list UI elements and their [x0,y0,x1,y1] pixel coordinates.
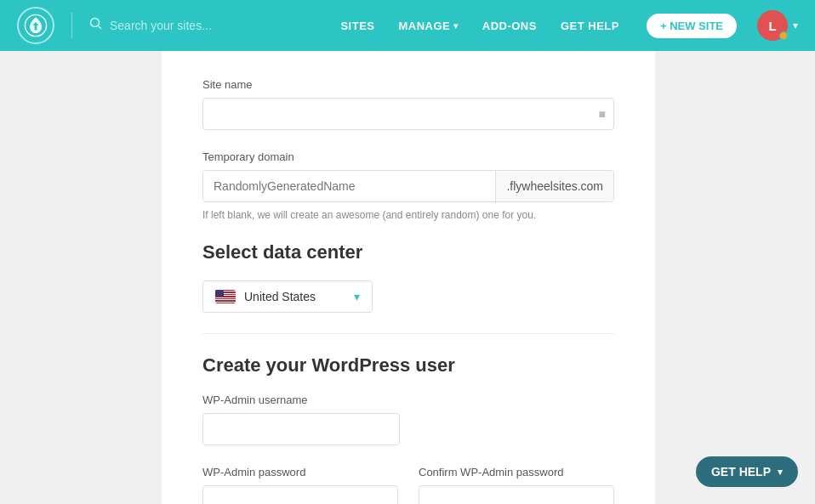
data-center-title: Select data center [202,241,614,263]
sidebar [0,51,162,504]
manage-chevron-icon: ▾ [453,21,459,31]
site-name-wrap: ■ [202,98,614,130]
us-flag-icon [215,290,236,303]
header: SITES MANAGE ▾ ADD-ONS GET HELP + NEW SI… [0,0,815,51]
get-help-button[interactable]: GET HELP ▾ [696,456,798,487]
domain-suffix: .flywheelsites.com [495,171,613,201]
content-area: Site name ■ Temporary domain .flywheelsi… [162,51,655,504]
svg-point-1 [91,19,100,27]
nav-get-help[interactable]: GET HELP [561,20,619,32]
get-help-chevron-icon: ▾ [778,467,783,478]
site-name-section: Site name ■ [202,78,614,130]
confirm-password-section: Confirm WP-Admin password [419,466,614,504]
wp-section-title: Create your WordPress user [202,354,614,377]
wp-username-label: WP-Admin username [202,394,614,406]
wp-password-label: WP-Admin password [202,466,398,479]
nav-sites[interactable]: SITES [340,20,374,32]
site-name-input[interactable] [202,98,614,130]
data-center-chevron-icon: ▾ [354,290,360,303]
site-name-label: Site name [202,78,614,91]
new-site-label: + NEW SITE [660,20,723,32]
temporary-domain-label: Temporary domain [202,150,614,163]
domain-hint: If left blank, we will create an awesome… [202,209,614,221]
wp-username-input[interactable] [202,413,400,445]
data-center-selected-label: United States [244,290,345,303]
data-center-dropdown[interactable]: United States ▾ [202,280,373,313]
confirm-password-label: Confirm WP-Admin password [419,466,614,479]
wp-password-input[interactable] [202,485,398,504]
avatar-chevron-icon[interactable]: ▾ [793,20,798,31]
header-divider [71,13,72,38]
wp-username-section: WP-Admin username [202,394,614,445]
avatar-notification-badge [779,31,788,40]
temporary-domain-section: Temporary domain .flywheelsites.com If l… [202,150,614,221]
data-center-section: Select data center United States ▾ [202,241,614,313]
get-help-label: GET HELP [711,465,771,479]
nav-links: SITES MANAGE ▾ ADD-ONS GET HELP [340,20,619,32]
search-bar [89,17,327,34]
logo[interactable] [17,7,54,44]
domain-prefix-input[interactable] [203,171,495,201]
confirm-password-input[interactable] [419,485,614,504]
password-row: WP-Admin password Confirm WP-Admin passw… [202,466,614,504]
search-input[interactable] [110,19,263,32]
info-icon: ■ [599,107,606,121]
nav-manage[interactable]: MANAGE ▾ [398,20,458,32]
section-divider [202,333,614,334]
svg-line-2 [99,26,102,30]
wp-user-section: Create your WordPress user WP-Admin user… [202,354,614,504]
nav-addons[interactable]: ADD-ONS [482,20,537,32]
avatar[interactable]: L [757,10,788,41]
wp-password-section: WP-Admin password [202,466,398,504]
main: Site name ■ Temporary domain .flywheelsi… [0,51,815,504]
search-icon [89,17,103,34]
domain-wrap: .flywheelsites.com [202,170,614,202]
new-site-button[interactable]: + NEW SITE [647,14,737,38]
